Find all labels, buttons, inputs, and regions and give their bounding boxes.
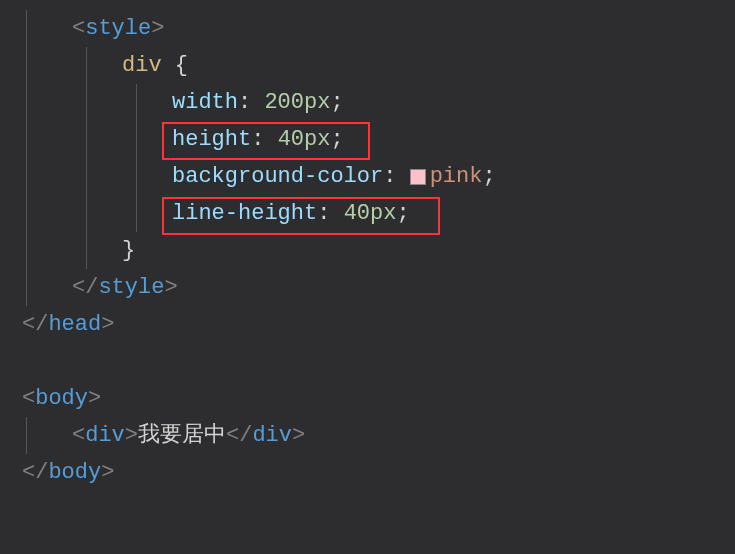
css-colon: :: [383, 158, 409, 195]
css-space: [162, 47, 175, 84]
code-line[interactable]: <div>我要居中</div>: [0, 417, 735, 454]
css-brace-close: }: [122, 232, 135, 269]
code-line[interactable]: <style>: [0, 10, 735, 47]
css-value: pink: [430, 158, 483, 195]
css-property: line-height: [172, 195, 317, 232]
code-line[interactable]: div {: [0, 47, 735, 84]
tag-open-bracket: <: [22, 380, 35, 417]
css-value: 200px: [264, 84, 330, 121]
css-semi: ;: [330, 84, 343, 121]
tag-div-close: div: [252, 417, 292, 454]
tag-close-bracket: >: [292, 417, 305, 454]
css-value: 40px: [278, 121, 331, 158]
tag-open-bracket: </: [22, 306, 48, 343]
code-line[interactable]: </style>: [0, 269, 735, 306]
tag-body: body: [35, 380, 88, 417]
css-colon: :: [317, 195, 343, 232]
code-line[interactable]: line-height: 40px;: [0, 195, 735, 232]
tag-body-close: body: [48, 454, 101, 491]
tag-open-bracket: <: [72, 417, 85, 454]
tag-open-bracket: </: [22, 454, 48, 491]
css-value: 40px: [344, 195, 397, 232]
tag-close-bracket: >: [88, 380, 101, 417]
code-line[interactable]: </head>: [0, 306, 735, 343]
css-semi: ;: [482, 158, 495, 195]
tag-close-bracket: >: [101, 306, 114, 343]
css-colon: :: [238, 84, 264, 121]
css-semi: ;: [330, 121, 343, 158]
tag-close-bracket: >: [164, 269, 177, 306]
code-line[interactable]: width: 200px;: [0, 84, 735, 121]
code-line[interactable]: </body>: [0, 454, 735, 491]
tag-close-bracket: >: [101, 454, 114, 491]
css-selector: div: [122, 47, 162, 84]
tag-close-bracket: >: [125, 417, 138, 454]
css-property: background-color: [172, 158, 383, 195]
tag-div: div: [85, 417, 125, 454]
tag-style-close: style: [98, 269, 164, 306]
code-line[interactable]: <body>: [0, 380, 735, 417]
code-line[interactable]: }: [0, 232, 735, 269]
color-swatch-icon: [410, 169, 426, 185]
tag-open-bracket: <: [72, 10, 85, 47]
text-content: 我要居中: [138, 417, 226, 454]
css-brace-open: {: [175, 47, 188, 84]
css-semi: ;: [396, 195, 409, 232]
code-line[interactable]: background-color: pink;: [0, 158, 735, 195]
tag-head-close: head: [48, 306, 101, 343]
tag-open-bracket: </: [226, 417, 252, 454]
css-colon: :: [251, 121, 277, 158]
tag-style: style: [85, 10, 151, 47]
css-property: width: [172, 84, 238, 121]
code-line[interactable]: height: 40px;: [0, 121, 735, 158]
css-property: height: [172, 121, 251, 158]
code-line-empty[interactable]: [0, 343, 735, 380]
tag-open-bracket: </: [72, 269, 98, 306]
tag-close-bracket: >: [151, 10, 164, 47]
code-editor[interactable]: <style> div { width: 200px; height: 40px…: [0, 10, 735, 491]
